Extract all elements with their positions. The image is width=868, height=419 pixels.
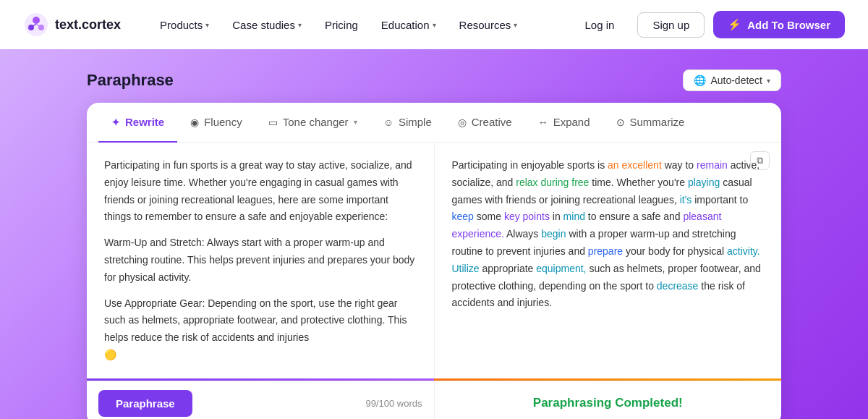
nav-item-pricing[interactable]: Pricing — [315, 13, 368, 37]
left-paragraph-2: Warm-Up and Stretch: Always start with a… — [104, 234, 417, 286]
logo-icon — [23, 12, 49, 38]
logo[interactable]: text.cortex — [23, 12, 121, 38]
tabs-row: ✦ Rewrite ◉ Fluency ▭ Tone changer ▾ ☺ S… — [87, 103, 781, 143]
creative-icon: ◎ — [458, 117, 467, 128]
chevron-down-icon: ▾ — [298, 21, 302, 29]
nav-item-case-studies[interactable]: Case studies ▾ — [222, 13, 312, 37]
copy-button[interactable]: ⧉ — [750, 151, 770, 170]
nav-right: Log in Sign up ⚡ Add To Browser — [571, 11, 845, 38]
main-content: Paraphrase 🌐 Auto-detect ▾ ✦ Rewrite ◉ F… — [0, 49, 868, 419]
tab-creative[interactable]: ◎ Creative — [445, 103, 525, 143]
logo-text: text.cortex — [55, 17, 121, 33]
tab-summarize[interactable]: ⊙ Summarize — [603, 103, 698, 143]
tab-rewrite[interactable]: ✦ Rewrite — [98, 103, 177, 143]
editor-right: ⧉ Participating in enjoyable sports is a… — [435, 143, 782, 378]
progress-bar-right — [434, 378, 781, 381]
login-button[interactable]: Log in — [571, 13, 629, 37]
globe-icon: 🌐 — [694, 75, 706, 86]
progress-bars — [87, 378, 781, 381]
page-title: Paraphrase — [87, 71, 174, 90]
highlight-its: it's — [680, 194, 692, 206]
word-count: 99/100 words — [204, 398, 422, 409]
highlight-decrease: decrease — [657, 280, 699, 292]
chevron-down-icon: ▾ — [433, 21, 436, 29]
editor-area: Participating in fun sports is a great w… — [87, 143, 781, 378]
emoji-indicator: 🟡 — [104, 349, 116, 360]
left-paragraph-1: Participating in fun sports is a great w… — [104, 157, 417, 226]
tab-fluency[interactable]: ◉ Fluency — [177, 103, 255, 143]
chevron-down-icon: ▾ — [354, 118, 357, 126]
tab-expand[interactable]: ↔ Expand — [525, 103, 603, 143]
highlight-remain: remain — [697, 159, 728, 171]
navbar: text.cortex Products ▾ Case studies ▾ Pr… — [0, 0, 868, 49]
highlight-equipment: equipment, — [536, 263, 586, 274]
tone-changer-icon: ▭ — [268, 117, 278, 128]
paraphrase-complete-label: Paraphrasing Completed! — [533, 396, 683, 410]
progress-bar-left — [87, 378, 434, 381]
highlight-key-points: key points — [504, 211, 550, 222]
bottom-bar: Paraphrase 99/100 words Paraphrasing Com… — [87, 381, 781, 419]
chevron-down-icon: ▾ — [205, 21, 209, 29]
rewrite-icon: ✦ — [111, 117, 120, 128]
svg-point-0 — [25, 13, 48, 36]
expand-icon: ↔ — [538, 117, 548, 128]
tab-tone-changer[interactable]: ▭ Tone changer ▾ — [255, 103, 370, 143]
nav-item-education[interactable]: Education ▾ — [371, 13, 446, 37]
auto-detect-button[interactable]: 🌐 Auto-detect ▾ — [683, 69, 781, 91]
fluency-icon: ◉ — [190, 117, 199, 128]
highlight-playing: playing — [688, 177, 720, 188]
simple-icon: ☺ — [383, 117, 393, 128]
browser-icon: ⚡ — [728, 18, 741, 31]
chevron-down-icon: ▾ — [514, 21, 517, 29]
tool-card: ✦ Rewrite ◉ Fluency ▭ Tone changer ▾ ☺ S… — [87, 103, 781, 419]
nav-links: Products ▾ Case studies ▾ Pricing Educat… — [150, 13, 564, 37]
editor-left[interactable]: Participating in fun sports is a great w… — [87, 143, 435, 378]
highlight-prepare: prepare — [588, 245, 623, 257]
summarize-icon: ⊙ — [616, 117, 625, 128]
tab-simple[interactable]: ☺ Simple — [370, 103, 445, 143]
paraphrase-button[interactable]: Paraphrase — [98, 390, 192, 417]
highlight-keep: keep — [452, 211, 474, 222]
highlight-mind: mind — [563, 211, 585, 222]
bottom-left: Paraphrase 99/100 words — [87, 381, 435, 419]
highlight-excellent: an excellent — [608, 159, 662, 171]
left-paragraph-3: Use Appropriate Gear: Depending on the s… — [104, 295, 417, 347]
signup-button[interactable]: Sign up — [637, 12, 705, 38]
bottom-right: Paraphrasing Completed! — [435, 387, 782, 419]
highlight-relax: relax during free — [516, 177, 589, 188]
nav-item-resources[interactable]: Resources ▾ — [449, 13, 528, 37]
right-paragraph: Participating in enjoyable sports is an … — [452, 157, 765, 312]
nav-item-products[interactable]: Products ▾ — [150, 13, 219, 37]
add-to-browser-button[interactable]: ⚡ Add To Browser — [713, 11, 845, 38]
section-header: Paraphrase 🌐 Auto-detect ▾ — [87, 69, 781, 91]
svg-point-1 — [33, 17, 40, 24]
chevron-down-icon: ▾ — [767, 77, 770, 85]
highlight-begin: begin — [541, 228, 566, 240]
